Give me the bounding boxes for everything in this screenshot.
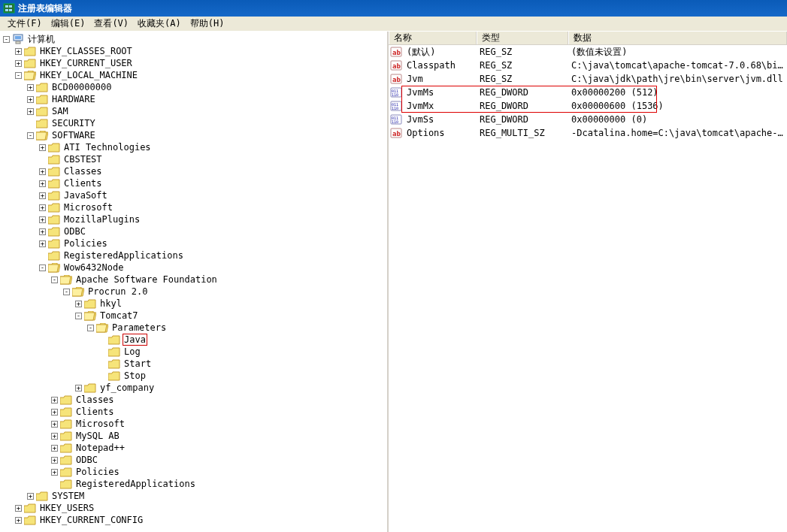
- tree-node[interactable]: -Apache Software Foundation: [0, 274, 387, 286]
- expander-icon[interactable]: +: [39, 216, 46, 223]
- value-row[interactable]: 011110JvmMsREG_DWORD0x00000200 (512): [389, 86, 787, 99]
- tree-node-label[interactable]: SAM: [50, 106, 70, 116]
- expander-icon[interactable]: -: [63, 289, 70, 295]
- tree-node[interactable]: +HKEY_USERS: [0, 502, 387, 514]
- tree-node[interactable]: +JavaSoft: [0, 189, 387, 201]
- expander-icon[interactable]: -: [51, 277, 58, 283]
- value-row[interactable]: 011110JvmSsREG_DWORD0x00000000 (0): [389, 113, 787, 126]
- menu-help[interactable]: 帮助(H): [186, 16, 229, 32]
- expander-icon[interactable]: +: [75, 385, 82, 391]
- tree-node[interactable]: +HKEY_CLASSES_ROOT: [0, 45, 387, 57]
- title-bar[interactable]: 注册表编辑器: [0, 0, 787, 17]
- tree-node[interactable]: -Wow6432Node: [0, 261, 387, 274]
- expander-icon[interactable]: -: [3, 36, 10, 43]
- expander-icon[interactable]: +: [39, 240, 46, 247]
- value-row[interactable]: ab(默认)REG_SZ(数值未设置): [389, 45, 787, 59]
- tree-node[interactable]: CBSTEST: [0, 153, 387, 165]
- expander-icon[interactable]: -: [15, 72, 22, 79]
- tree-node-label[interactable]: ATI Technologies: [62, 142, 153, 153]
- tree-node-label[interactable]: CBSTEST: [62, 154, 104, 165]
- tree-node[interactable]: +Classes: [0, 165, 387, 177]
- expander-icon[interactable]: +: [51, 409, 58, 416]
- value-row[interactable]: abClasspathREG_SZC:\java\tomcat\apache-t…: [389, 59, 787, 72]
- expander-icon[interactable]: +: [51, 421, 58, 428]
- tree-node[interactable]: +MozillaPlugins: [0, 213, 387, 225]
- tree-node-label[interactable]: HKEY_USERS: [38, 503, 95, 513]
- tree-node[interactable]: +Notepad++: [0, 442, 387, 454]
- tree-node-label[interactable]: Tomcat7: [98, 310, 140, 321]
- expander-icon[interactable]: +: [27, 493, 34, 500]
- tree-node[interactable]: +Clients: [0, 406, 387, 418]
- tree-node[interactable]: +Clients: [0, 177, 387, 189]
- tree-node-label[interactable]: Classes: [62, 166, 104, 177]
- col-header-type[interactable]: 类型: [477, 32, 568, 44]
- col-header-data[interactable]: 数据: [568, 32, 787, 44]
- tree-node[interactable]: +HKEY_CURRENT_USER: [0, 57, 387, 69]
- tree-node[interactable]: -计算机: [0, 33, 387, 45]
- expander-icon[interactable]: +: [15, 505, 22, 512]
- expander-icon[interactable]: -: [87, 325, 94, 331]
- tree-node-label[interactable]: hkyl: [98, 298, 123, 309]
- tree-node-label[interactable]: Notepad++: [74, 443, 126, 453]
- value-row[interactable]: abOptionsREG_MULTI_SZ-Dcatalina.home=C:\…: [389, 126, 787, 140]
- expander-icon[interactable]: +: [15, 517, 22, 524]
- tree-node-label[interactable]: ODBC: [74, 455, 99, 465]
- tree-node[interactable]: +HARDWARE: [0, 93, 387, 105]
- tree-node-label[interactable]: Microsoft: [74, 419, 126, 429]
- expander-icon[interactable]: +: [39, 192, 46, 199]
- expander-icon[interactable]: +: [27, 108, 34, 115]
- tree-node-label[interactable]: Start: [123, 358, 153, 369]
- tree-node-label[interactable]: yf_company: [98, 382, 156, 393]
- expander-icon[interactable]: +: [39, 228, 46, 235]
- tree-node[interactable]: -Tomcat7: [0, 310, 387, 322]
- tree-node-label[interactable]: HKEY_CURRENT_CONFIG: [38, 515, 144, 525]
- tree-node-label[interactable]: BCD00000000: [50, 82, 113, 92]
- tree-node[interactable]: +SAM: [0, 105, 387, 117]
- tree-node-label[interactable]: RegisteredApplications: [74, 479, 197, 489]
- tree-node[interactable]: -Parameters: [0, 322, 387, 334]
- tree-node-label[interactable]: Apache Software Foundation: [74, 274, 219, 285]
- expander-icon[interactable]: +: [27, 84, 34, 91]
- tree-node-label[interactable]: Stop: [123, 370, 147, 381]
- tree-node[interactable]: +Microsoft: [0, 201, 387, 213]
- tree-node-label[interactable]: Microsoft: [62, 202, 114, 213]
- expander-icon[interactable]: +: [75, 301, 82, 307]
- tree-node[interactable]: +yf_company: [0, 382, 387, 394]
- tree-node[interactable]: +Microsoft: [0, 418, 387, 430]
- tree-node-label[interactable]: SOFTWARE: [50, 130, 97, 141]
- tree-node-label[interactable]: 计算机: [26, 33, 56, 46]
- tree-node-label[interactable]: JavaSoft: [62, 190, 109, 201]
- menu-favorites[interactable]: 收藏夹(A): [133, 16, 186, 32]
- tree-node-label[interactable]: ODBC: [62, 226, 87, 237]
- tree-node-label[interactable]: MozillaPlugins: [62, 214, 141, 225]
- expander-icon[interactable]: +: [51, 433, 58, 440]
- tree-node[interactable]: RegisteredApplications: [0, 478, 387, 490]
- tree-node[interactable]: -HKEY_LOCAL_MACHINE: [0, 69, 387, 81]
- tree-node[interactable]: +ODBC: [0, 454, 387, 466]
- tree-node[interactable]: SECURITY: [0, 117, 387, 129]
- expander-icon[interactable]: +: [39, 168, 46, 175]
- tree-node[interactable]: +Classes: [0, 394, 387, 406]
- tree-node[interactable]: +Policies: [0, 237, 387, 249]
- tree-node-label[interactable]: HARDWARE: [50, 94, 97, 104]
- tree-node-label[interactable]: Parameters: [110, 322, 168, 333]
- expander-icon[interactable]: +: [51, 469, 58, 476]
- registry-tree[interactable]: -计算机+HKEY_CLASSES_ROOT+HKEY_CURRENT_USER…: [0, 32, 389, 532]
- col-header-name[interactable]: 名称: [389, 32, 477, 44]
- expander-icon[interactable]: +: [39, 180, 46, 187]
- tree-node-label[interactable]: Java: [123, 334, 147, 346]
- expander-icon[interactable]: -: [39, 264, 46, 271]
- tree-node[interactable]: +SYSTEM: [0, 490, 387, 502]
- tree-node[interactable]: +MySQL AB: [0, 430, 387, 442]
- tree-node-label[interactable]: SYSTEM: [50, 491, 86, 501]
- tree-node[interactable]: +BCD00000000: [0, 81, 387, 93]
- tree-node-label[interactable]: RegisteredApplications: [62, 250, 185, 261]
- expander-icon[interactable]: +: [39, 204, 46, 211]
- value-row[interactable]: abJvmREG_SZC:\java\jdk\path\jre\bin\serv…: [389, 72, 787, 86]
- tree-node[interactable]: Log: [0, 346, 387, 358]
- tree-node-label[interactable]: HKEY_CLASSES_ROOT: [38, 46, 134, 56]
- tree-node[interactable]: +ATI Technologies: [0, 141, 387, 153]
- tree-node-label[interactable]: Wow6432Node: [62, 262, 125, 273]
- tree-node[interactable]: +ODBC: [0, 225, 387, 237]
- menu-edit[interactable]: 编辑(E): [47, 16, 90, 32]
